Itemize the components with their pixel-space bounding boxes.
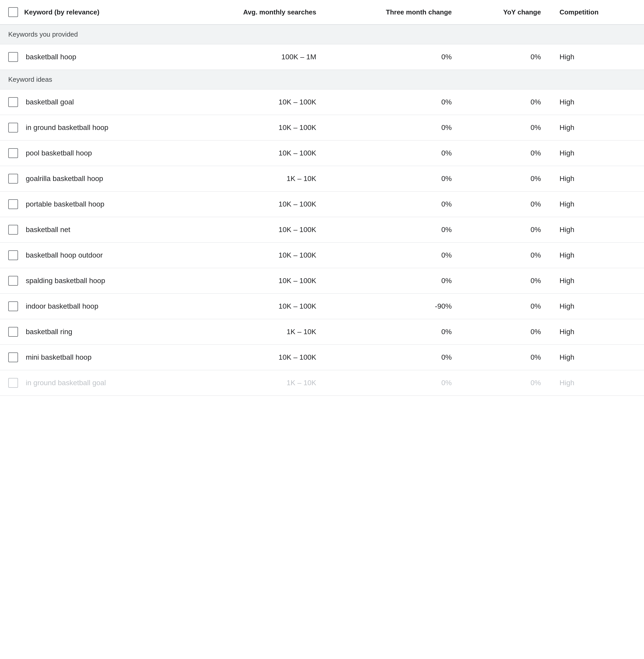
column-header-yoy: YoY change — [460, 0, 549, 24]
keyword-cell: basketball hoop — [0, 44, 177, 70]
keyword-cell: spalding basketball hoop — [0, 268, 177, 294]
column-header-three-month: Three month change — [325, 0, 460, 24]
yoy-cell: 0% — [460, 243, 549, 268]
yoy-cell: 0% — [460, 268, 549, 294]
table-row: basketball hoop100K – 1M0%0%High — [0, 44, 644, 70]
table-row: spalding basketball hoop10K – 100K0%0%Hi… — [0, 268, 644, 294]
keyword-cell: pool basketball hoop — [0, 140, 177, 166]
keyword-cell: portable basketball hoop — [0, 192, 177, 217]
keyword-text: in ground basketball hoop — [26, 124, 109, 132]
row-checkbox[interactable] — [8, 301, 18, 311]
three-month-cell: 0% — [325, 166, 460, 192]
competition-cell: High — [549, 370, 644, 396]
searches-cell: 1K – 10K — [177, 319, 325, 345]
three-month-cell: 0% — [325, 140, 460, 166]
table-row: in ground basketball hoop10K – 100K0%0%H… — [0, 115, 644, 140]
three-month-cell: 0% — [325, 115, 460, 140]
row-checkbox[interactable] — [8, 327, 18, 337]
three-month-cell: 0% — [325, 192, 460, 217]
row-checkbox[interactable] — [8, 199, 18, 209]
keyword-cell: in ground basketball hoop — [0, 115, 177, 140]
keyword-text: pool basketball hoop — [26, 149, 92, 157]
table-row: mini basketball hoop10K – 100K0%0%High — [0, 345, 644, 370]
competition-cell: High — [549, 345, 644, 370]
keyword-cell: basketball hoop outdoor — [0, 243, 177, 268]
competition-cell: High — [549, 192, 644, 217]
column-header-competition: Competition — [549, 0, 644, 24]
competition-cell: High — [549, 243, 644, 268]
three-month-cell: 0% — [325, 243, 460, 268]
competition-cell: High — [549, 217, 644, 243]
section-title-0: Keywords you provided — [0, 24, 644, 44]
searches-cell: 1K – 10K — [177, 166, 325, 192]
three-month-cell: 0% — [325, 370, 460, 396]
competition-cell: High — [549, 140, 644, 166]
keyword-text: in ground basketball goal — [26, 379, 106, 387]
row-checkbox[interactable] — [8, 225, 18, 235]
keyword-text: mini basketball hoop — [26, 353, 91, 361]
competition-cell: High — [549, 89, 644, 115]
yoy-cell: 0% — [460, 89, 549, 115]
searches-cell: 100K – 1M — [177, 44, 325, 70]
row-checkbox[interactable] — [8, 276, 18, 286]
three-month-cell: 0% — [325, 217, 460, 243]
row-checkbox[interactable] — [8, 174, 18, 183]
three-month-cell: 0% — [325, 44, 460, 70]
keyword-cell: in ground basketball goal — [0, 370, 177, 396]
three-month-cell: -90% — [325, 294, 460, 319]
yoy-cell: 0% — [460, 115, 549, 140]
table-row: pool basketball hoop10K – 100K0%0%High — [0, 140, 644, 166]
competition-cell: High — [549, 115, 644, 140]
section-title-1: Keyword ideas — [0, 70, 644, 89]
row-checkbox[interactable] — [8, 352, 18, 362]
keyword-text: basketball hoop outdoor — [26, 251, 103, 259]
keyword-text: basketball net — [26, 226, 70, 234]
searches-cell: 10K – 100K — [177, 294, 325, 319]
table-row: goalrilla basketball hoop1K – 10K0%0%Hig… — [0, 166, 644, 192]
competition-cell: High — [549, 268, 644, 294]
yoy-cell: 0% — [460, 294, 549, 319]
row-checkbox[interactable] — [8, 250, 18, 260]
yoy-cell: 0% — [460, 192, 549, 217]
keyword-text: indoor basketball hoop — [26, 302, 98, 310]
row-checkbox[interactable] — [8, 52, 18, 62]
three-month-cell: 0% — [325, 319, 460, 345]
searches-cell: 10K – 100K — [177, 140, 325, 166]
yoy-cell: 0% — [460, 370, 549, 396]
yoy-cell: 0% — [460, 217, 549, 243]
table-row: basketball goal10K – 100K0%0%High — [0, 89, 644, 115]
table-row: portable basketball hoop10K – 100K0%0%Hi… — [0, 192, 644, 217]
keyword-cell: basketball ring — [0, 319, 177, 345]
searches-cell: 10K – 100K — [177, 217, 325, 243]
table-row: indoor basketball hoop10K – 100K-90%0%Hi… — [0, 294, 644, 319]
searches-cell: 1K – 10K — [177, 370, 325, 396]
row-checkbox[interactable] — [8, 378, 18, 388]
section-header-1: Keyword ideas — [0, 70, 644, 89]
keyword-text: portable basketball hoop — [26, 200, 104, 208]
section-header-0: Keywords you provided — [0, 24, 644, 44]
competition-cell: High — [549, 166, 644, 192]
searches-cell: 10K – 100K — [177, 345, 325, 370]
select-all-checkbox[interactable] — [8, 7, 18, 17]
three-month-cell: 0% — [325, 268, 460, 294]
yoy-cell: 0% — [460, 44, 549, 70]
row-checkbox[interactable] — [8, 97, 18, 107]
searches-cell: 10K – 100K — [177, 268, 325, 294]
keyword-cell: mini basketball hoop — [0, 345, 177, 370]
three-month-cell: 0% — [325, 89, 460, 115]
keyword-cell: basketball goal — [0, 89, 177, 115]
searches-cell: 10K – 100K — [177, 192, 325, 217]
searches-cell: 10K – 100K — [177, 243, 325, 268]
table-row: basketball hoop outdoor10K – 100K0%0%Hig… — [0, 243, 644, 268]
table-row: in ground basketball goal1K – 10K0%0%Hig… — [0, 370, 644, 396]
keyword-cell: basketball net — [0, 217, 177, 243]
row-checkbox[interactable] — [8, 123, 18, 133]
searches-cell: 10K – 100K — [177, 115, 325, 140]
keyword-text: spalding basketball hoop — [26, 277, 105, 285]
three-month-cell: 0% — [325, 345, 460, 370]
competition-cell: High — [549, 294, 644, 319]
row-checkbox[interactable] — [8, 148, 18, 158]
keyword-cell: goalrilla basketball hoop — [0, 166, 177, 192]
column-header-searches: Avg. monthly searches — [177, 0, 325, 24]
yoy-cell: 0% — [460, 319, 549, 345]
